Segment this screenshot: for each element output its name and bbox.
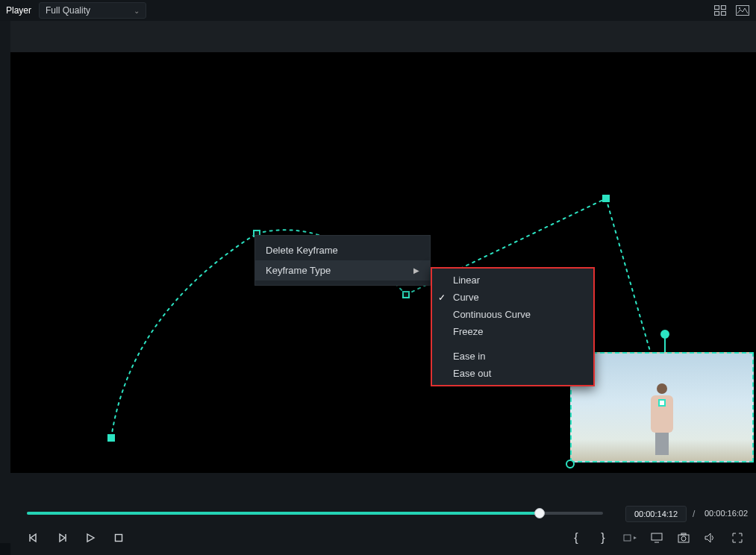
brace-close-icon: } [601, 531, 605, 545]
fullscreen-button[interactable] [731, 531, 744, 545]
player-label: Player [6, 5, 31, 16]
viewer-panel: Delete Keyframe Keyframe Type ▶ Linear ✓… [10, 21, 756, 503]
scrubber-progress [27, 512, 540, 515]
submenu-ease-in[interactable]: Ease in [432, 348, 593, 365]
menu-delete-keyframe[interactable]: Delete Keyframe [255, 240, 430, 260]
quality-value: Full Quality [46, 5, 90, 16]
svg-rect-3 [722, 12, 726, 16]
svg-marker-13 [87, 534, 94, 542]
person-silhouette [649, 383, 675, 452]
svg-marker-9 [31, 534, 36, 542]
keyframe-type-submenu: Linear ✓ Curve Continuous Curve Freeze E… [431, 267, 595, 386]
submenu-label: Ease in [453, 351, 485, 362]
right-transport-controls: { } [569, 531, 744, 545]
step-forward-button[interactable] [55, 531, 69, 545]
preview-canvas[interactable]: Delete Keyframe Keyframe Type ▶ Linear ✓… [10, 52, 756, 473]
svg-rect-1 [722, 6, 726, 10]
quality-dropdown[interactable]: Full Quality ⌄ [39, 2, 146, 19]
top-bar: Player Full Quality ⌄ [0, 0, 756, 21]
left-strip [0, 21, 10, 543]
submenu-label: Linear [453, 275, 480, 286]
svg-rect-2 [715, 12, 719, 16]
handle-point[interactable] [566, 460, 575, 468]
svg-rect-4 [737, 6, 749, 16]
svg-marker-16 [634, 536, 637, 539]
svg-point-5 [739, 7, 740, 9]
preview-clip[interactable] [570, 352, 754, 462]
clip-anchor[interactable] [658, 399, 666, 407]
svg-rect-14 [116, 535, 122, 542]
submenu-label: Ease out [453, 368, 491, 379]
svg-marker-11 [60, 534, 65, 542]
svg-rect-0 [715, 6, 719, 10]
left-transport-controls [27, 531, 125, 545]
total-time: 00:00:16:02 [705, 509, 748, 518]
grid-icon[interactable] [713, 3, 728, 18]
transport-bar: 00:00:14:12 / 00:00:16:02 { } [10, 503, 756, 555]
step-back-button[interactable] [27, 531, 40, 545]
keyframe-marker[interactable] [107, 434, 115, 442]
submenu-curve[interactable]: ✓ Curve [432, 289, 593, 306]
mark-in-button[interactable]: { [569, 531, 583, 545]
submenu-label: Continuous Curve [453, 309, 531, 320]
current-time-box[interactable]: 00:00:14:12 [625, 506, 687, 522]
context-menu: Delete Keyframe Keyframe Type ▶ [254, 235, 431, 286]
viewer-header-strip [10, 21, 756, 52]
submenu-label: Freeze [453, 326, 483, 337]
svg-rect-17 [652, 533, 662, 540]
image-icon[interactable] [735, 3, 750, 18]
menu-keyframe-type[interactable]: Keyframe Type ▶ [255, 260, 430, 280]
submenu-ease-out[interactable]: Ease out [432, 365, 593, 382]
chevron-down-icon: ⌄ [134, 7, 140, 15]
submenu-arrow-icon: ▶ [413, 266, 419, 275]
svg-rect-21 [681, 533, 686, 535]
submenu-label: Curve [453, 292, 479, 303]
submenu-freeze[interactable]: Freeze [432, 323, 593, 340]
scrubber-knob[interactable] [534, 508, 545, 518]
svg-marker-22 [705, 533, 710, 542]
brace-open-icon: { [574, 531, 578, 545]
submenu-linear[interactable]: Linear [432, 272, 593, 289]
display-button[interactable] [650, 531, 663, 545]
mark-out-button[interactable]: } [596, 531, 610, 545]
play-button[interactable] [84, 531, 97, 545]
menu-label: Delete Keyframe [266, 245, 338, 256]
snapshot-button[interactable] [677, 531, 690, 545]
volume-button[interactable] [704, 531, 717, 545]
stop-button[interactable] [112, 531, 125, 545]
keyframe-marker[interactable] [402, 291, 410, 298]
menu-label: Keyframe Type [266, 265, 331, 276]
handle-point[interactable] [660, 330, 669, 339]
timeline-scrubber[interactable] [27, 512, 603, 515]
time-separator: / [693, 509, 695, 519]
check-icon: ✓ [438, 292, 446, 303]
svg-rect-15 [624, 535, 631, 541]
submenu-continuous-curve[interactable]: Continuous Curve [432, 306, 593, 323]
keyframe-marker[interactable] [602, 195, 610, 202]
ratio-menu-button[interactable] [623, 531, 637, 545]
svg-point-20 [681, 536, 686, 541]
